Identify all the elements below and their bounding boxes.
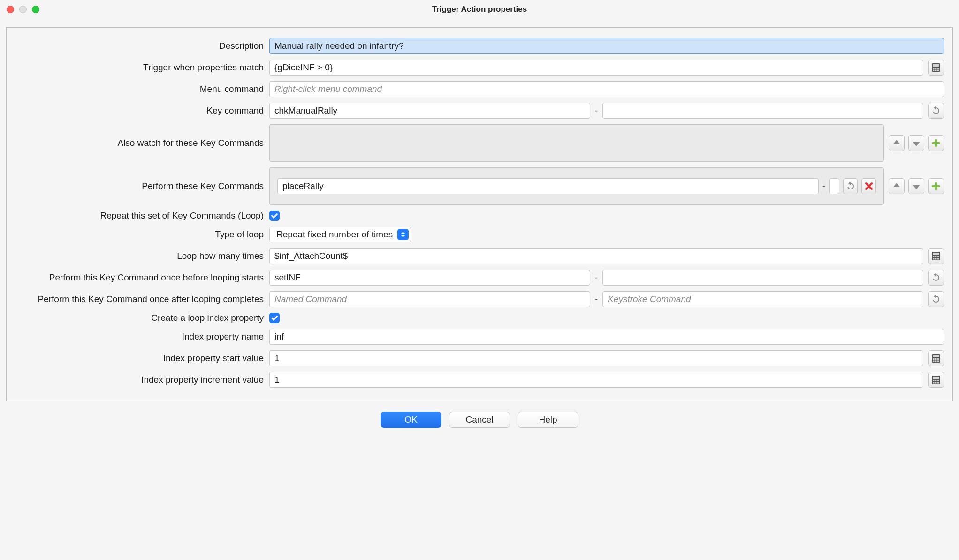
separator-dash: - [595, 272, 598, 283]
perform-add-button[interactable] [928, 178, 944, 194]
undo-icon [845, 181, 856, 191]
also-watch-box [269, 124, 884, 162]
arrow-up-icon [891, 181, 902, 191]
index-name-input[interactable] [269, 329, 944, 345]
trigger-match-input[interactable] [269, 60, 923, 76]
key-command-undo-button[interactable] [928, 103, 944, 119]
type-loop-value: Repeat fixed number of times [276, 229, 393, 240]
key-command-name-input[interactable] [269, 103, 590, 119]
cancel-button[interactable]: Cancel [449, 412, 510, 428]
help-button[interactable]: Help [518, 412, 578, 428]
perform-label: Perform these Key Commands [15, 181, 265, 191]
arrow-down-icon [911, 138, 921, 148]
perform-remove-button[interactable] [861, 178, 876, 194]
index-start-expr-button[interactable] [928, 350, 944, 366]
type-loop-select[interactable]: Repeat fixed number of times [269, 227, 411, 242]
calculator-icon [931, 353, 941, 363]
loop-times-label: Loop how many times [15, 251, 265, 261]
calculator-icon [931, 62, 941, 73]
also-watch-add-button[interactable] [928, 135, 944, 151]
description-input[interactable] [269, 38, 944, 54]
arrow-up-icon [891, 138, 902, 148]
loop-times-expr-button[interactable] [928, 248, 944, 264]
calculator-icon [931, 375, 941, 385]
separator-dash: - [595, 106, 598, 116]
arrow-down-icon [911, 181, 921, 191]
perform-box: - [269, 167, 884, 205]
loop-times-input[interactable] [269, 248, 923, 264]
index-inc-input[interactable] [269, 372, 923, 388]
index-start-label: Index property start value [15, 353, 265, 363]
window-title: Trigger Action properties [0, 5, 959, 14]
perform-name-input[interactable] [277, 178, 819, 194]
index-name-label: Index property name [15, 332, 265, 342]
perform-down-button[interactable] [908, 178, 924, 194]
plus-icon [931, 181, 941, 191]
ok-button[interactable]: OK [381, 412, 441, 428]
key-command-stroke-input[interactable] [602, 103, 923, 119]
create-index-label: Create a loop index property [15, 313, 265, 323]
before-loop-label: Perform this Key Command once before loo… [15, 272, 265, 283]
perform-undo-button[interactable] [843, 178, 858, 194]
after-loop-undo-button[interactable] [928, 291, 944, 307]
separator-dash: - [822, 181, 825, 191]
description-label: Description [15, 41, 265, 51]
type-loop-label: Type of loop [15, 229, 265, 240]
perform-stroke-input[interactable] [829, 178, 839, 194]
before-loop-stroke-input[interactable] [602, 270, 923, 286]
before-loop-undo-button[interactable] [928, 270, 944, 286]
after-loop-label: Perform this Key Command once after loop… [15, 294, 265, 304]
dropdown-caret [397, 229, 409, 240]
plus-icon [931, 138, 941, 148]
trigger-match-label: Trigger when properties match [15, 62, 265, 73]
properties-panel: Description Trigger when properties matc… [6, 27, 953, 401]
undo-icon [931, 272, 941, 283]
menu-command-label: Menu command [15, 84, 265, 94]
also-watch-down-button[interactable] [908, 135, 924, 151]
also-watch-up-button[interactable] [889, 135, 905, 151]
calculator-icon [931, 251, 941, 261]
index-start-input[interactable] [269, 350, 923, 366]
before-loop-name-input[interactable] [269, 270, 590, 286]
expression-builder-button[interactable] [928, 60, 944, 76]
chevron-updown-icon [400, 231, 406, 238]
create-index-checkbox[interactable] [269, 313, 280, 323]
menu-command-input[interactable] [269, 81, 944, 97]
perform-up-button[interactable] [889, 178, 905, 194]
after-loop-stroke-input[interactable] [602, 291, 923, 307]
key-command-label: Key command [15, 106, 265, 116]
after-loop-name-input[interactable] [269, 291, 590, 307]
undo-icon [931, 294, 941, 304]
x-icon [864, 181, 874, 191]
index-inc-label: Index property increment value [15, 375, 265, 385]
index-inc-expr-button[interactable] [928, 372, 944, 388]
separator-dash: - [595, 294, 598, 304]
repeat-loop-checkbox[interactable] [269, 211, 280, 221]
undo-icon [931, 106, 941, 116]
also-watch-label: Also watch for these Key Commands [15, 138, 265, 148]
repeat-loop-label: Repeat this set of Key Commands (Loop) [15, 211, 265, 221]
